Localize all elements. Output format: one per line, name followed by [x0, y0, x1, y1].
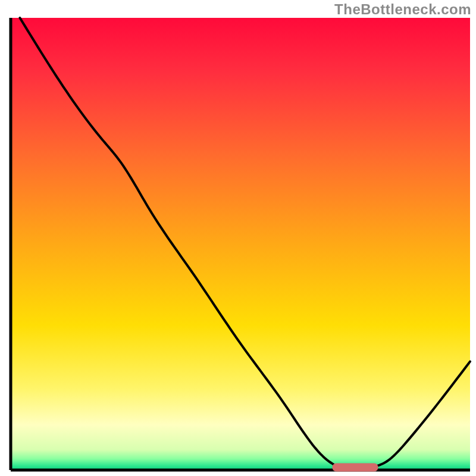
chart-frame: TheBottleneck.com [0, 0, 476, 476]
optimal-range-marker [332, 463, 378, 471]
bottleneck-chart [0, 0, 476, 476]
heat-gradient-background [11, 18, 470, 470]
watermark-text: TheBottleneck.com [334, 1, 471, 18]
